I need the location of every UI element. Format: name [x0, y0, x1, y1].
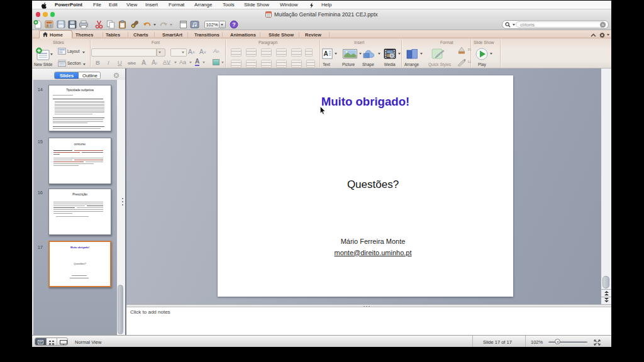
svg-text:A: A	[323, 50, 328, 57]
svg-text:?: ?	[232, 21, 236, 28]
